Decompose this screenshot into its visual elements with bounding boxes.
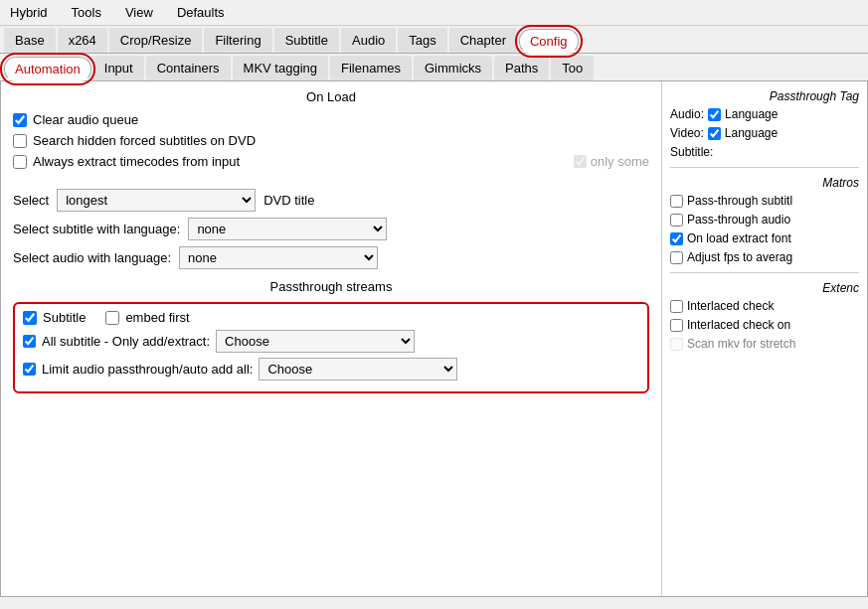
circled-passthrough-group: Subtitle embed first All subtitle - Only…: [13, 302, 649, 393]
right-video-checkbox[interactable]: [708, 127, 721, 140]
tab-subtitle[interactable]: Subtitle: [274, 28, 339, 53]
divider-2: [670, 272, 859, 273]
extend-checkbox-0[interactable]: [670, 300, 683, 313]
dvd-title-label: DVD title: [263, 193, 314, 208]
tab-x264[interactable]: x264: [58, 28, 107, 53]
matros-title: Matros: [670, 176, 859, 190]
subtitle-lang-row: Select subtitle with language: none Engl…: [13, 218, 649, 240]
tab-mkv-tagging[interactable]: MKV tagging: [233, 56, 328, 80]
select-label: Select: [13, 193, 49, 208]
tab-too[interactable]: Too: [551, 56, 594, 80]
right-video-row: Video: Language: [670, 126, 859, 140]
tab-input[interactable]: Input: [93, 56, 144, 80]
tab-paths[interactable]: Paths: [494, 56, 549, 80]
tab-gimmicks[interactable]: Gimmicks: [414, 56, 492, 80]
matros-label-2: On load extract font: [687, 231, 791, 245]
menu-hybrid[interactable]: Hybrid: [6, 3, 52, 22]
pt-choose1-dropdown[interactable]: Choose add extract none: [216, 330, 415, 353]
menu-bar: Hybrid Tools View Defaults: [0, 0, 868, 26]
clear-audio-checkbox[interactable]: [13, 113, 27, 127]
matros-row-3: Adjust fps to averag: [670, 250, 859, 264]
audio-lang-row: Select audio with language: none English…: [13, 246, 649, 269]
right-video-lang-label: Language: [725, 126, 778, 140]
extract-timecodes-row: Always extract timecodes from input only…: [13, 154, 649, 169]
main-content: On Load Clear audio queue Search hidden …: [0, 81, 868, 597]
tab-filtering[interactable]: Filtering: [204, 28, 271, 53]
pt-embed-first-checkbox[interactable]: [105, 311, 119, 325]
clear-audio-label: Clear audio queue: [33, 112, 138, 127]
matros-checkbox-3[interactable]: [670, 251, 683, 264]
on-load-title: On Load: [13, 89, 649, 104]
pt-all-subtitle-row: All subtitle - Only add/extract: Choose …: [23, 330, 639, 353]
pt-all-subtitle-checkbox[interactable]: [23, 335, 36, 348]
right-audio-row: Audio: Language: [670, 107, 859, 121]
right-audio-lang-label: Language: [725, 107, 778, 121]
pt-choose2-dropdown[interactable]: Choose add extract none: [259, 358, 457, 381]
menu-tools[interactable]: Tools: [68, 3, 105, 22]
matros-row-1: Pass-through audio: [670, 213, 859, 227]
passthrough-tag-title: Passthrough Tag: [670, 89, 859, 103]
extend-checkbox-1[interactable]: [670, 319, 683, 332]
matros-label-1: Pass-through audio: [687, 213, 790, 227]
right-video-label: Video:: [670, 126, 704, 140]
pt-subtitle-row: Subtitle embed first: [23, 310, 639, 325]
pt-embed-first-group: embed first: [105, 310, 189, 325]
tab-audio[interactable]: Audio: [341, 28, 396, 53]
pt-subtitle-inline: Subtitle embed first: [23, 310, 190, 325]
extend-row-2: Scan mkv for stretch: [670, 337, 859, 351]
extend-label-2: Scan mkv for stretch: [687, 337, 795, 351]
menu-defaults[interactable]: Defaults: [173, 3, 229, 22]
pt-subtitle-check-group: Subtitle: [23, 310, 86, 325]
matros-checkbox-1[interactable]: [670, 214, 683, 227]
right-panel: Passthrough Tag Audio: Language Video: L…: [662, 81, 867, 596]
select-longest-dropdown[interactable]: longest shortest first: [57, 189, 256, 212]
matros-checkbox-2[interactable]: [670, 232, 683, 245]
pt-limit-audio-checkbox[interactable]: [23, 363, 36, 376]
menu-view[interactable]: View: [121, 3, 157, 22]
right-audio-label: Audio:: [670, 107, 704, 121]
pt-limit-audio-label: Limit audio passthrough/auto add all:: [42, 362, 253, 377]
extract-timecodes-checkbox[interactable]: [13, 155, 27, 169]
subtitle-lang-dropdown[interactable]: none English German: [188, 218, 387, 240]
matros-label-0: Pass-through subtitl: [687, 194, 792, 208]
matros-checkbox-0[interactable]: [670, 195, 683, 208]
tab-chapter[interactable]: Chapter: [449, 28, 517, 53]
tab-crop-resize[interactable]: Crop/Resize: [109, 28, 203, 53]
matros-row-2: On load extract font: [670, 231, 859, 245]
matros-label-3: Adjust fps to averag: [687, 250, 792, 264]
passthrough-section: Passthrough streams Subtitle embed first: [13, 279, 649, 393]
tab-filenames[interactable]: Filenames: [330, 56, 412, 80]
pt-embed-first-label: embed first: [125, 310, 189, 325]
tab-row-1: Base x264 Crop/Resize Filtering Subtitle…: [0, 26, 868, 54]
pt-subtitle-label: Subtitle: [43, 310, 86, 325]
only-some-group: only some: [574, 154, 649, 169]
left-panel: On Load Clear audio queue Search hidden …: [1, 81, 662, 596]
matros-row-0: Pass-through subtitl: [670, 194, 859, 208]
subtitle-lang-label: Select subtitle with language:: [13, 222, 180, 236]
extend-label-1: Interlaced check on: [687, 318, 790, 332]
select-dvd-row: Select longest shortest first DVD title: [13, 189, 649, 212]
divider-1: [670, 167, 859, 168]
tab-automation[interactable]: Automation: [4, 57, 91, 81]
extend-checkbox-2: [670, 338, 683, 351]
tab-containers[interactable]: Containers: [146, 56, 231, 80]
clear-audio-row: Clear audio queue: [13, 112, 649, 127]
pt-subtitle-checkbox[interactable]: [23, 311, 37, 325]
pt-limit-audio-row: Limit audio passthrough/auto add all: Ch…: [23, 358, 639, 381]
audio-lang-label: Select audio with language:: [13, 250, 171, 265]
tab-config[interactable]: Config: [519, 29, 579, 54]
right-subtitle-label: Subtitle:: [670, 145, 713, 159]
search-hidden-label: Search hidden forced subtitles on DVD: [33, 133, 256, 148]
search-hidden-row: Search hidden forced subtitles on DVD: [13, 133, 649, 148]
only-some-checkbox: [574, 155, 587, 168]
extend-row-1: Interlaced check on: [670, 318, 859, 332]
tab-row-2: Automation Input Containers MKV tagging …: [0, 54, 868, 81]
extract-timecodes-label: Always extract timecodes from input: [33, 154, 240, 169]
right-audio-checkbox[interactable]: [708, 108, 721, 121]
extend-title: Extenc: [670, 281, 859, 295]
audio-lang-dropdown[interactable]: none English German: [179, 246, 378, 269]
tab-tags[interactable]: Tags: [398, 28, 446, 53]
search-hidden-checkbox[interactable]: [13, 134, 27, 148]
tab-base[interactable]: Base: [4, 28, 56, 53]
extend-label-0: Interlaced check: [687, 299, 774, 313]
